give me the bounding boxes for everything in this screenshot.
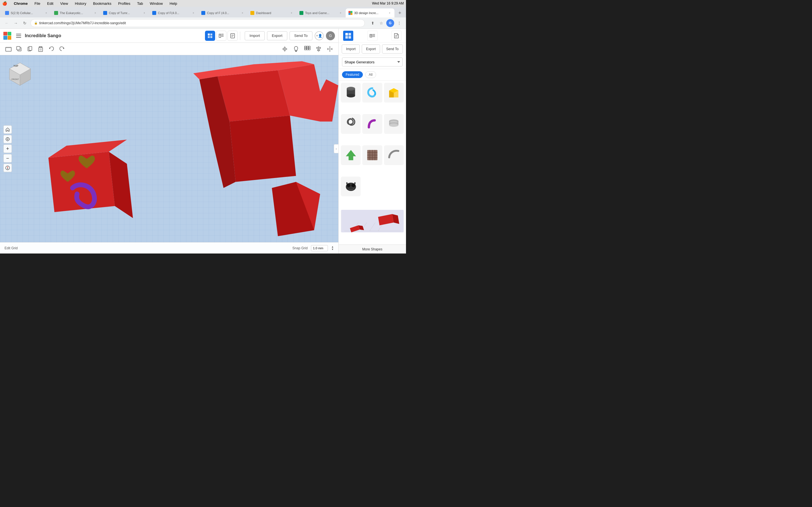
import-button[interactable]: Import bbox=[245, 31, 265, 40]
compass-button[interactable] bbox=[3, 164, 12, 172]
shape-hook[interactable] bbox=[362, 83, 382, 103]
svg-rect-3 bbox=[350, 13, 352, 15]
shape-screw[interactable] bbox=[341, 114, 361, 134]
redo-button[interactable] bbox=[57, 44, 67, 54]
tab-7[interactable]: Toys and Game... × bbox=[297, 8, 345, 17]
edit-grid-label[interactable]: Edit Grid bbox=[4, 246, 18, 250]
mirror-button[interactable] bbox=[325, 44, 335, 54]
shape-ring[interactable] bbox=[384, 145, 404, 165]
tab-5-close[interactable]: × bbox=[241, 11, 245, 15]
back-button[interactable]: ← bbox=[3, 20, 10, 26]
import-button-panel[interactable]: Import bbox=[342, 45, 360, 54]
shape-arrow[interactable] bbox=[341, 145, 361, 165]
address-text: tinkercad.com/things/2jUMe7MRb7J-incredi… bbox=[39, 21, 361, 25]
shapes-panel-icon[interactable] bbox=[205, 31, 215, 41]
tinkercad-logo[interactable] bbox=[3, 32, 11, 40]
ruler-view-button[interactable] bbox=[367, 31, 377, 41]
tab-2[interactable]: The Eukaryotic... × bbox=[51, 8, 100, 17]
bottom-bar: Edit Grid Snap Grid ▲ ▼ bbox=[0, 242, 338, 253]
tab-2-close[interactable]: × bbox=[93, 11, 97, 15]
notes-view-button[interactable] bbox=[391, 31, 402, 41]
menubar-bookmarks[interactable]: Bookmarks bbox=[92, 1, 112, 6]
light-bulb-button[interactable] bbox=[291, 44, 301, 54]
preview-image[interactable] bbox=[341, 210, 404, 232]
menubar-view[interactable]: View bbox=[59, 1, 69, 6]
svg-rect-21 bbox=[6, 47, 11, 48]
notes-panel-icon[interactable] bbox=[227, 31, 238, 41]
export-button[interactable]: Export bbox=[267, 31, 287, 40]
share-icon[interactable]: ⬆ bbox=[369, 20, 376, 26]
snap-stepper[interactable]: ▲ ▼ bbox=[331, 245, 334, 251]
new-workplane-button[interactable] bbox=[3, 44, 13, 54]
tab-8-active[interactable]: 3D design Incre... × bbox=[346, 8, 395, 17]
menubar-app-name[interactable]: Chrome bbox=[13, 1, 29, 6]
menubar-file[interactable]: File bbox=[33, 1, 42, 6]
fit-view-button[interactable] bbox=[3, 135, 12, 144]
grid-canvas[interactable]: TOP FRONT bbox=[0, 55, 338, 242]
send-to-button[interactable]: Send To bbox=[290, 31, 312, 40]
snap-value-input[interactable] bbox=[311, 245, 328, 251]
zoom-in-button[interactable]: + bbox=[3, 145, 12, 153]
export-button-panel[interactable]: Export bbox=[362, 45, 380, 54]
shape-coins[interactable] bbox=[384, 114, 404, 134]
inspector-panel-icon[interactable] bbox=[216, 31, 226, 41]
menubar-help[interactable]: Help bbox=[168, 1, 179, 6]
menubar-history[interactable]: History bbox=[73, 1, 87, 6]
tab-4-close[interactable]: × bbox=[192, 11, 195, 15]
more-shapes-button[interactable]: More Shapes bbox=[339, 244, 406, 253]
profile-icon[interactable]: G bbox=[386, 19, 394, 27]
more-icon[interactable]: ⋮ bbox=[396, 20, 403, 26]
bookmark-icon[interactable]: ☆ bbox=[378, 20, 385, 26]
tab-1[interactable]: S(2.9) Cellular... × bbox=[2, 8, 51, 17]
all-tab[interactable]: All bbox=[365, 71, 376, 78]
viewport[interactable]: TOP FRONT bbox=[0, 55, 338, 242]
svg-rect-0 bbox=[349, 11, 350, 13]
copy-button[interactable] bbox=[25, 44, 35, 54]
address-input[interactable]: 🔒 tinkercad.com/things/2jUMe7MRb7J-incre… bbox=[31, 19, 365, 27]
svg-rect-7 bbox=[208, 34, 210, 36]
new-tab-button[interactable]: + bbox=[396, 9, 404, 17]
featured-tab[interactable]: Featured bbox=[342, 71, 363, 78]
delete-button[interactable] bbox=[36, 44, 46, 54]
svg-rect-61 bbox=[370, 34, 372, 37]
tab-4[interactable]: Copy of F(4.0... × bbox=[149, 8, 198, 17]
send-to-button-panel[interactable]: Send To bbox=[382, 45, 403, 54]
tab-6-close[interactable]: × bbox=[290, 11, 294, 15]
home-view-button[interactable] bbox=[3, 125, 12, 134]
shape-box[interactable] bbox=[384, 83, 404, 103]
menubar-profiles[interactable]: Profiles bbox=[117, 1, 132, 6]
shapes-view-button[interactable] bbox=[343, 31, 353, 41]
tab-6-label: Dashboard bbox=[256, 11, 288, 15]
tab-5[interactable]: Copy of F (4.0... × bbox=[199, 8, 247, 17]
user-profile-button[interactable]: G bbox=[326, 31, 335, 40]
shape-generators-select[interactable]: Shape Generators bbox=[342, 57, 403, 66]
apple-menu-icon[interactable]: 🍎 bbox=[2, 1, 7, 6]
tab-3-close[interactable]: × bbox=[142, 11, 146, 15]
shape-waffle[interactable] bbox=[362, 145, 382, 165]
forward-button[interactable]: → bbox=[12, 20, 19, 26]
menubar-edit[interactable]: Edit bbox=[46, 1, 54, 6]
add-collaborator-button[interactable]: +👤 bbox=[315, 31, 324, 40]
hamburger-menu[interactable] bbox=[15, 32, 22, 40]
tab-7-close[interactable]: × bbox=[339, 11, 343, 15]
tab-1-close[interactable]: × bbox=[44, 11, 48, 15]
refresh-button[interactable]: ↻ bbox=[21, 20, 28, 26]
snap-to-grid-button[interactable] bbox=[302, 44, 312, 54]
tab-6[interactable]: Dashboard × bbox=[248, 8, 296, 17]
shape-mask[interactable] bbox=[341, 177, 361, 196]
svg-rect-10 bbox=[210, 36, 212, 38]
svg-point-90 bbox=[347, 184, 350, 187]
duplicate-button[interactable] bbox=[14, 44, 24, 54]
menubar-window[interactable]: Window bbox=[149, 1, 164, 6]
collapse-panel-arrow[interactable]: › bbox=[334, 144, 338, 153]
menubar-tab[interactable]: Tab bbox=[136, 1, 144, 6]
shape-curve[interactable] bbox=[362, 114, 382, 134]
align-button[interactable] bbox=[313, 44, 324, 54]
tab-8-close[interactable]: × bbox=[388, 11, 392, 15]
undo-button[interactable] bbox=[46, 44, 56, 54]
project-title: Incredible Sango bbox=[25, 33, 61, 38]
camera-view-button[interactable] bbox=[280, 44, 290, 54]
zoom-out-button[interactable]: − bbox=[3, 154, 12, 163]
shape-cylinder[interactable] bbox=[341, 83, 361, 103]
tab-3[interactable]: Copy of Tumr... × bbox=[100, 8, 149, 17]
